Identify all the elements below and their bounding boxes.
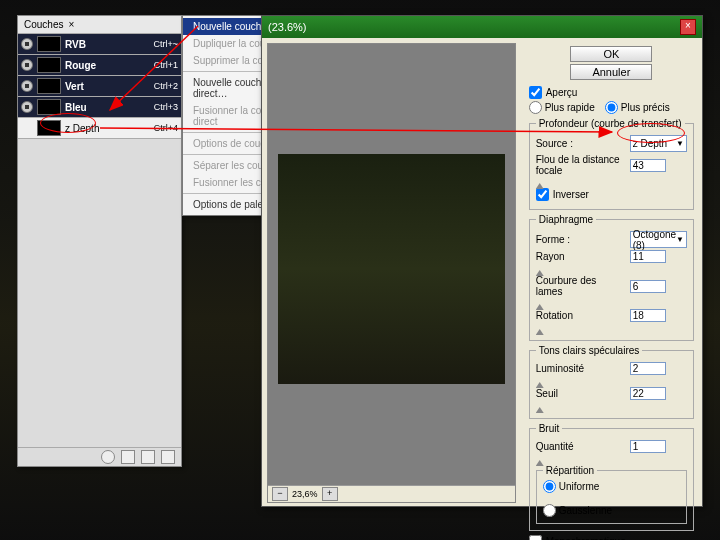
layers-tab[interactable]: Couches × [18,16,181,34]
rayon-input[interactable]: 11 [630,250,666,263]
diaphragme-legend: Diaphragme [536,214,596,225]
zoom-value: 23,6% [292,489,318,499]
tons-legend: Tons clairs spéculaires [536,345,643,356]
bruit-legend: Bruit [536,423,563,434]
rotation-input[interactable]: 18 [630,309,666,322]
thumbnail [37,57,61,73]
seuil-slider[interactable] [536,402,687,408]
layers-panel: Couches × RVBCtrl+~ RougeCtrl+1 VertCtrl… [17,15,182,467]
eye-icon[interactable] [21,80,33,92]
eye-icon[interactable] [21,101,33,113]
luminosite-slider[interactable] [536,377,687,383]
bruit-group: Bruit Quantité1 Répartition Uniforme Gau… [529,423,694,531]
plus-precis-radio[interactable] [605,101,618,114]
rayon-label: Rayon [536,251,626,262]
chevron-down-icon: ▼ [676,235,684,244]
uniforme-label: Uniforme [559,481,600,492]
new-mask-icon[interactable] [141,450,155,464]
thumbnail [37,36,61,52]
zoom-in-button[interactable]: + [322,487,338,501]
preview-zoom-bar: − 23,6% + [268,485,515,502]
rotation-slider[interactable] [536,324,687,330]
forme-select[interactable]: Octogone (8)▼ [630,231,687,248]
cancel-button[interactable]: Annuler [570,64,652,80]
mono-checkbox[interactable] [529,535,542,540]
preview-image [278,154,505,384]
trash-icon[interactable] [161,450,175,464]
quantite-slider[interactable] [536,455,687,461]
rotation-label: Rotation [536,310,626,321]
annotation-circle-layer [40,113,96,133]
preview-pane: − 23,6% + [267,43,516,503]
rayon-slider[interactable] [536,265,687,271]
flou-label: Flou de la distance focale [536,154,626,176]
quantite-input[interactable]: 1 [630,440,666,453]
courbure-input[interactable]: 6 [630,280,666,293]
layer-row-rvb[interactable]: RVBCtrl+~ [18,34,181,55]
close-icon[interactable]: × [680,19,696,35]
chevron-down-icon: ▼ [676,139,684,148]
dialog-titlebar[interactable]: (23.6%) × [262,16,702,38]
thumbnail [37,78,61,94]
layers-panel-footer [18,447,181,466]
seuil-label: Seuil [536,388,626,399]
preview-checkbox[interactable] [529,86,542,99]
uniforme-radio[interactable] [543,480,556,493]
eye-icon[interactable] [21,59,33,71]
layer-row-bleu[interactable]: BleuCtrl+3 [18,97,181,118]
filter-dialog: (23.6%) × − 23,6% + OK Annuler Aperçu Pl… [261,15,703,507]
gauss-label: Gaussienne [559,505,612,516]
source-label: Source : [536,138,626,149]
zoom-out-button[interactable]: − [272,487,288,501]
luminosite-label: Luminosité [536,363,626,374]
mask-icon[interactable] [101,450,115,464]
luminosite-input[interactable]: 2 [630,362,666,375]
preview-label: Aperçu [546,87,578,98]
flou-input[interactable]: 43 [630,159,666,172]
repartition-legend: Répartition [543,465,597,476]
courbure-slider[interactable] [536,299,687,305]
repartition-group: Répartition Uniforme Gaussienne [536,465,687,524]
annotation-circle-source [617,123,685,143]
thumbnail [37,99,61,115]
flou-slider[interactable] [536,178,687,184]
ok-button[interactable]: OK [570,46,652,62]
diaphragme-group: Diaphragme Forme : Octogone (8)▼ Rayon11… [529,214,694,341]
layer-row-rouge[interactable]: RougeCtrl+1 [18,55,181,76]
controls-pane: OK Annuler Aperçu Plus rapide Plus préci… [521,38,702,508]
inverser-label: Inverser [553,189,589,200]
mono-label: Monochromatique [546,536,626,540]
forme-label: Forme : [536,234,626,245]
quantite-label: Quantité [536,441,626,452]
plus-rapide-radio[interactable] [529,101,542,114]
close-icon[interactable]: × [68,19,74,30]
tab-label: Couches [24,19,63,30]
eye-icon[interactable] [21,38,33,50]
forme-value: Octogone (8) [633,229,676,251]
gauss-radio[interactable] [543,504,556,517]
layer-row-vert[interactable]: VertCtrl+2 [18,76,181,97]
dialog-title: (23.6%) [268,21,307,33]
seuil-input[interactable]: 22 [630,387,666,400]
plus-precis-label: Plus précis [621,102,670,113]
inverser-checkbox[interactable] [536,188,549,201]
tons-group: Tons clairs spéculaires Luminosité2 Seui… [529,345,694,419]
courbure-label: Courbure des lames [536,275,626,297]
plus-rapide-label: Plus rapide [545,102,595,113]
new-channel-icon[interactable] [121,450,135,464]
